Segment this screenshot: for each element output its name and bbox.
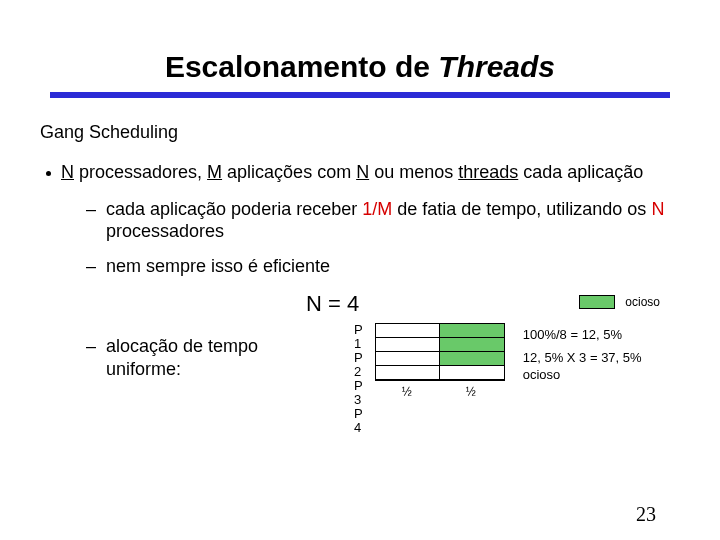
title-main: Escalonamento de <box>165 50 438 83</box>
proc-label: P 1 <box>354 323 371 351</box>
sub1-e: processadores <box>106 221 224 241</box>
grid-cell <box>376 352 440 366</box>
subbullet-2-text: nem sempre isso é eficiente <box>106 255 330 278</box>
sub1-d: N <box>651 199 664 219</box>
calc-block: 100%/8 = 12, 5% 12, 5% X 3 = 37, 5% ocio… <box>523 327 680 384</box>
dash-icon: – <box>86 255 96 278</box>
diagram: ocioso N = 4 – alocação de tempo uniform… <box>86 291 680 435</box>
sub1-b: 1/M <box>362 199 392 219</box>
half-label: ½ <box>375 385 439 399</box>
grid-column-labels: ½ ½ <box>375 385 505 399</box>
legend-label: ocioso <box>625 295 660 309</box>
bullet-1-threads: threads <box>458 162 518 182</box>
proc-label: P 4 <box>354 407 371 435</box>
bullet-1-m: M <box>207 162 222 182</box>
grid-cell <box>440 366 504 380</box>
subbullet-1-text: cada aplicação poderia receber 1/M de fa… <box>106 198 680 243</box>
bullet-1-n2: N <box>356 162 369 182</box>
bullet-1: N processadores, M aplicações com N ou m… <box>40 161 680 184</box>
slide-title: Escalonamento de Threads <box>40 50 680 84</box>
schedule-grid <box>375 323 505 381</box>
alloc-label: alocação de tempo uniforme: <box>106 335 334 380</box>
bullet-1-t1: processadores, <box>74 162 207 182</box>
grid-cell <box>376 338 440 352</box>
subbullet-1: – cada aplicação poderia receber 1/M de … <box>86 198 680 243</box>
title-emph: Threads <box>438 50 555 83</box>
grid-cell <box>440 338 504 352</box>
proc-label: P 2 <box>354 351 371 379</box>
legend-swatch-icon <box>579 295 615 309</box>
bullet-1-t4: cada aplicação <box>518 162 643 182</box>
bullet-1-t3: ou menos <box>369 162 458 182</box>
grid-wrap: P 1 P 2 P 3 P 4 ½ ½ <box>354 323 505 435</box>
calc-line-1: 100%/8 = 12, 5% <box>523 327 680 344</box>
processor-labels: P 1 P 2 P 3 P 4 <box>354 323 371 435</box>
page-number: 23 <box>636 503 656 526</box>
subbullet-2: – nem sempre isso é eficiente <box>86 255 680 278</box>
bullet-dot-icon <box>46 171 51 176</box>
grid-cell <box>440 324 504 338</box>
sub1-c: de fatia de tempo, utilizando os <box>392 199 651 219</box>
calc-line-2: 12, 5% X 3 = 37, 5% ocioso <box>523 350 680 384</box>
sub1-a: cada aplicação poderia receber <box>106 199 362 219</box>
half-label: ½ <box>439 385 503 399</box>
title-rule <box>50 92 670 98</box>
grid-cell <box>376 366 440 380</box>
grid-cell <box>376 324 440 338</box>
bullet-1-text: N processadores, M aplicações com N ou m… <box>61 161 643 184</box>
proc-label: P 3 <box>354 379 371 407</box>
grid-cell <box>440 352 504 366</box>
dash-icon: – <box>86 335 96 358</box>
legend: ocioso <box>579 295 660 309</box>
section-heading: Gang Scheduling <box>40 122 680 143</box>
bullet-1-t2: aplicações com <box>222 162 356 182</box>
dash-icon: – <box>86 198 96 221</box>
bullet-1-n: N <box>61 162 74 182</box>
